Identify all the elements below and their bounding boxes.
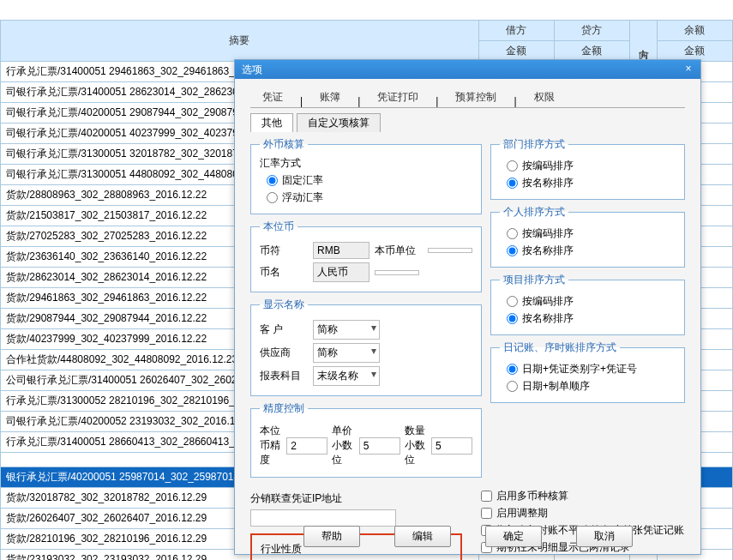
col-summary: 摘要 [1, 21, 479, 62]
label-cust: 客 户 [260, 322, 308, 337]
legend-dept: 部门排序方式 [500, 137, 568, 152]
tab-perm[interactable]: 权限 [522, 87, 567, 107]
label-vendor: 供应商 [260, 346, 308, 360]
radio-journal-1[interactable]: 日期+凭证类别字+凭证号 [507, 362, 676, 376]
tab-budget[interactable]: 预算控制 [443, 87, 508, 107]
radio-fixed-rate[interactable]: 固定汇率 [267, 173, 472, 188]
radio-journal-2[interactable]: 日期+制单顺序 [507, 379, 676, 394]
col-balance-amt: 金额 [657, 41, 732, 62]
tab-voucher[interactable]: 凭证 [250, 87, 295, 107]
legend-prec: 精度控制 [260, 401, 308, 416]
field-cname2[interactable] [375, 270, 419, 275]
radio-dept-code[interactable]: 按编码排序 [507, 159, 676, 173]
field-cname: 人民币 [313, 262, 370, 282]
legend-pers: 个人排序方式 [500, 205, 568, 220]
col-debit-amt: 金额 [478, 41, 554, 62]
legend-disp: 显示名称 [260, 298, 308, 312]
combo-vendor[interactable]: 简称 [313, 343, 380, 363]
radio-proj-name[interactable]: 按名称排序 [507, 311, 676, 326]
input-dist-ip[interactable] [250, 509, 396, 527]
close-icon[interactable]: × [682, 63, 695, 76]
group-journal-sort: 日记账、序时账排序方式 日期+凭证类别字+凭证号 日期+制单顺序 [490, 340, 685, 403]
radio-proj-code[interactable]: 按编码排序 [507, 294, 676, 309]
combo-cust[interactable]: 简称 [313, 320, 380, 340]
group-base-currency: 本位币 币符 RMB 本币单位 币名 人民币 [250, 220, 482, 292]
col-balance: 余额 [657, 21, 732, 41]
group-fx: 外币核算 汇率方式 固定汇率 浮动汇率 [250, 137, 482, 214]
label-unit: 本币单位 [375, 244, 423, 258]
legend-base: 本位币 [260, 220, 297, 234]
group-dept-sort: 部门排序方式 按编码排序 按名称排序 [490, 137, 685, 200]
ok-button[interactable]: 确定 [485, 526, 542, 547]
chk-multi-currency[interactable]: 启用多币种核算 [481, 489, 686, 503]
fx-sublabel: 汇率方式 [260, 156, 472, 171]
label-cname: 币名 [260, 265, 308, 280]
col-debit: 借方 [478, 21, 554, 41]
radio-pers-code[interactable]: 按编码排序 [507, 226, 676, 241]
radio-pers-name[interactable]: 按名称排序 [507, 244, 676, 258]
tab-print[interactable]: 凭证打印 [365, 87, 430, 107]
radio-float-rate[interactable]: 浮动汇率 [267, 190, 472, 205]
field-unit[interactable] [428, 248, 472, 253]
cancel-button[interactable]: 取消 [576, 526, 633, 547]
chk-adjust-period[interactable]: 启用调整期 [481, 506, 686, 521]
radio-dept-name[interactable]: 按名称排序 [507, 176, 676, 190]
group-display-name: 显示名称 客 户简称 供应商简称 报表科目末级名称 [250, 298, 482, 396]
edit-button[interactable]: 编辑 [394, 526, 451, 547]
label-sym: 币符 [260, 244, 308, 258]
sub-tabs: 其他 自定义项核算 [250, 113, 685, 132]
col-credit: 贷方 [554, 21, 629, 41]
subtab-custom[interactable]: 自定义项核算 [297, 113, 381, 132]
dialog-title: 选项 [242, 63, 262, 75]
main-tabs: 凭证| 账簿| 凭证打印| 预算控制| 权限 [250, 87, 685, 108]
legend-journal: 日记账、序时账排序方式 [500, 340, 620, 355]
group-proj-sort: 项目排序方式 按编码排序 按名称排序 [490, 273, 685, 335]
input-prec3[interactable] [431, 437, 472, 455]
dialog-title-bar[interactable]: 选项 × [235, 60, 700, 79]
label-prec2: 单价小数位 [332, 424, 354, 467]
legend-fx: 外币核算 [260, 137, 308, 152]
combo-report[interactable]: 末级名称 [313, 366, 380, 386]
label-prec1: 本位币精度 [260, 424, 282, 467]
group-person-sort: 个人排序方式 按编码排序 按名称排序 [490, 205, 685, 268]
label-report: 报表科目 [260, 369, 308, 383]
input-prec1[interactable] [286, 437, 327, 455]
col-credit-amt: 金额 [554, 41, 629, 62]
legend-proj: 项目排序方式 [500, 273, 568, 287]
help-button[interactable]: 帮助 [303, 526, 360, 547]
input-prec2[interactable] [359, 437, 400, 455]
group-precision: 精度控制 本位币精度 单价小数位 数量小数位 [250, 401, 482, 478]
label-prec3: 数量小数位 [405, 424, 427, 467]
tab-ledger[interactable]: 账簿 [308, 87, 352, 107]
field-sym: RMB [313, 242, 370, 259]
col-direction: 方向 [629, 21, 657, 62]
subtab-other[interactable]: 其他 [250, 113, 293, 132]
label-dist-ip: 分销联查凭证IP地址 [250, 492, 342, 504]
options-dialog: 选项 × 凭证| 账簿| 凭证打印| 预算控制| 权限 其他 自定义项核算 外币… [234, 59, 701, 555]
